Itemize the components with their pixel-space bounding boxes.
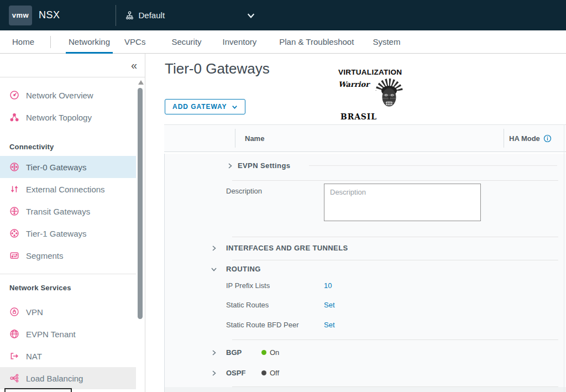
tab-vpcs[interactable]: VPCs	[124, 30, 145, 54]
sidebar-item-nat[interactable]: NAT	[0, 345, 136, 367]
nsx-app-window: vmw NSX Default Home Networking VPCs Sec…	[0, 0, 566, 392]
bgp-label[interactable]: BGP	[226, 348, 253, 357]
panel-divider	[232, 180, 558, 181]
sidebar-item-transit-gateways[interactable]: Transit Gateways	[0, 200, 136, 222]
gateway-table-header: Name HA Mode	[164, 124, 566, 152]
interfaces-gre-tunnels-label[interactable]: INTERFACES AND GRE TUNNELS	[226, 244, 348, 252]
column-header-name: Name	[245, 134, 264, 143]
ha-mode-label: HA Mode	[509, 134, 540, 143]
static-routes-link[interactable]: Set	[324, 301, 335, 309]
tab-inventory[interactable]: Inventory	[223, 30, 257, 54]
sidebar-item-label: EVPN Tenant	[26, 330, 76, 339]
panel-divider	[232, 260, 558, 260]
description-label: Description	[226, 184, 324, 195]
watermark-line3: BRASIL	[340, 112, 416, 121]
sidebar-item-load-balancing[interactable]: Load Balancing	[0, 367, 136, 389]
tab-home[interactable]: Home	[12, 30, 34, 54]
evpn-tenant-icon	[9, 329, 19, 339]
sidebar-scrollbar-thumb[interactable]	[138, 88, 143, 319]
static-route-bfd-peer-link[interactable]: Set	[324, 321, 335, 329]
sidebar-item-label: NAT	[26, 352, 42, 361]
section-divider	[309, 165, 557, 166]
sidebar-section-connectivity: Connectivity	[0, 137, 136, 156]
sidebar-item-vpn[interactable]: VPN	[0, 301, 136, 323]
sidebar-item-label: VPN	[26, 307, 43, 317]
info-icon[interactable]	[543, 134, 552, 143]
routing-label[interactable]: ROUTING	[226, 265, 261, 273]
watermark-line2: Warrior	[338, 80, 369, 88]
scroll-up-arrow[interactable]	[138, 80, 144, 85]
page-title: Tier-0 Gateways	[165, 60, 270, 77]
status-on-dot	[261, 350, 266, 355]
chevron-right-icon[interactable]	[211, 370, 217, 377]
nat-icon	[9, 351, 19, 361]
ip-prefix-lists-link[interactable]: 10	[324, 281, 332, 290]
app-header: vmw NSX Default	[0, 0, 566, 30]
bgp-status-text: On	[270, 348, 279, 357]
sidebar-item-segments[interactable]: Segments	[0, 244, 136, 266]
transit-gateway-icon	[9, 206, 19, 216]
sidebar-item-tier0-gateways[interactable]: Tier-0 Gateways	[0, 156, 136, 178]
vpn-icon	[9, 307, 19, 317]
partial-tooltip	[4, 388, 72, 392]
gateway-detail-panel: EVPN Settings Description INTERFACES AND…	[164, 154, 566, 392]
bgp-status: On	[261, 348, 279, 357]
segments-icon	[9, 250, 19, 260]
sidebar-item-label: Network Topology	[26, 113, 92, 122]
ospf-label[interactable]: OSPF	[226, 369, 253, 377]
chevron-down-icon[interactable]	[211, 266, 217, 273]
add-gateway-button[interactable]: ADD GATEWAY	[165, 99, 245, 114]
dashboard-icon	[9, 90, 19, 100]
main-nav: Home Networking VPCs Security Inventory …	[0, 30, 566, 54]
panel-footer-strip	[165, 387, 566, 392]
external-connections-icon	[9, 184, 19, 194]
virtualization-warrior-watermark: VIRTUALIZATION Warrior	[338, 68, 416, 121]
product-name: NSX	[39, 9, 60, 21]
column-header-ha-mode: HA Mode	[509, 134, 552, 143]
tier0-gateway-icon	[9, 162, 19, 172]
sidebar-item-label: External Connections	[26, 185, 105, 194]
tier1-gateway-icon	[9, 228, 19, 238]
tab-networking[interactable]: Networking	[69, 30, 110, 54]
tab-plan-troubleshoot[interactable]: Plan & Troubleshoot	[279, 30, 354, 54]
evpn-settings-label[interactable]: EVPN Settings	[238, 161, 290, 170]
sidebar-item-label: Load Balancing	[26, 374, 83, 383]
load-balancing-icon	[9, 373, 19, 383]
status-off-dot	[261, 370, 266, 375]
chevron-down-icon	[232, 104, 238, 110]
sidebar-item-network-topology[interactable]: Network Topology	[0, 106, 136, 128]
sidebar-item-network-overview[interactable]: Network Overview	[0, 84, 136, 106]
sidebar-header: «	[0, 54, 145, 77]
chevron-right-icon[interactable]	[227, 163, 233, 169]
chevron-right-icon[interactable]	[211, 245, 217, 252]
vmware-logo[interactable]: vmw	[9, 6, 32, 25]
static-route-bfd-peer-label: Static Route BFD Peer	[226, 321, 324, 329]
chevron-down-icon[interactable]	[247, 11, 255, 20]
ip-prefix-lists-label: IP Prefix Lists	[226, 281, 324, 290]
description-textarea[interactable]	[324, 184, 481, 221]
static-routes-label: Static Routes	[226, 301, 324, 309]
sidebar-item-tier1-gateways[interactable]: Tier-1 Gateways	[0, 222, 136, 244]
warrior-head-graphic	[375, 77, 403, 111]
add-gateway-label: ADD GATEWAY	[172, 103, 227, 111]
chevron-right-icon[interactable]	[211, 349, 217, 356]
sidebar-section-network-services: Network Services	[0, 274, 136, 301]
column-divider	[504, 129, 504, 148]
panel-divider	[232, 339, 558, 340]
sidebar-item-label: Tier-1 Gateways	[26, 229, 86, 238]
watermark-line1: VIRTUALIZATION	[338, 68, 416, 76]
tab-system[interactable]: System	[373, 30, 400, 54]
collapse-sidebar-icon[interactable]: «	[131, 60, 137, 71]
sidebar-item-evpn-tenant[interactable]: EVPN Tenant	[0, 323, 136, 345]
tab-security[interactable]: Security	[171, 30, 201, 54]
sidebar-item-external-connections[interactable]: External Connections	[0, 178, 136, 200]
sidebar-list: Network Overview Network Topology Connec…	[0, 77, 136, 392]
topology-icon	[9, 112, 19, 122]
ospf-status: Off	[261, 369, 279, 377]
header-divider	[116, 5, 116, 26]
org-icon	[125, 11, 134, 20]
org-selector[interactable]: Default	[125, 11, 165, 20]
org-name: Default	[139, 11, 165, 20]
tab-divider	[50, 36, 51, 48]
sidebar-item-label: Tier-0 Gateways	[26, 163, 86, 172]
